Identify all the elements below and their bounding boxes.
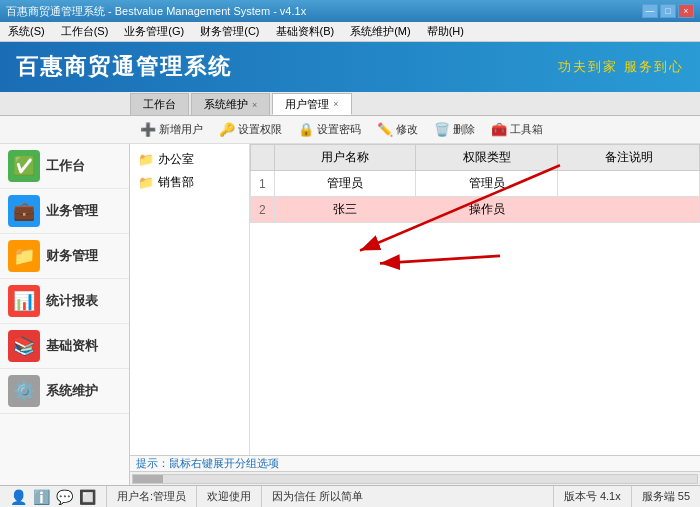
- toolbox-button[interactable]: 🧰 工具箱: [485, 120, 549, 139]
- maximize-button[interactable]: □: [660, 4, 676, 18]
- tab-maintenance[interactable]: 系统维护 ×: [191, 93, 270, 115]
- tree-item-sales[interactable]: 📁 销售部: [134, 171, 245, 194]
- tab-workbench[interactable]: 工作台: [130, 93, 189, 115]
- row-role-2: 操作员: [416, 197, 558, 223]
- scrollbar[interactable]: [130, 471, 700, 485]
- scroll-track[interactable]: [132, 474, 698, 484]
- row-num-2: 2: [251, 197, 275, 223]
- sidebar-item-system[interactable]: ⚙️ 系统维护: [0, 369, 129, 414]
- menu-bar: 系统(S) 工作台(S) 业务管理(G) 财务管理(C) 基础资料(B) 系统维…: [0, 22, 700, 42]
- body-area: ✅ 工作台 💼 业务管理 📁 财务管理 📊 统计报表 📚 基础资料 ⚙️ 系: [0, 144, 700, 485]
- chat-icon: 💬: [56, 489, 73, 505]
- table-row[interactable]: 2 张三 操作员: [251, 197, 700, 223]
- menu-workbench[interactable]: 工作台(S): [57, 23, 113, 40]
- tab-maintenance-close[interactable]: ×: [252, 100, 257, 110]
- sidebar-item-basic-data[interactable]: 📚 基础资料: [0, 324, 129, 369]
- basic-data-icon: 📚: [8, 330, 40, 362]
- delete-icon: 🗑️: [434, 122, 450, 137]
- row-num-1: 1: [251, 171, 275, 197]
- edit-button[interactable]: ✏️ 修改: [371, 120, 424, 139]
- grid-icon: 🔲: [79, 489, 96, 505]
- status-service: 服务端 55: [632, 486, 700, 507]
- banner-slogan: 功夫到家 服务到心: [558, 58, 684, 76]
- menu-system[interactable]: 系统(S): [4, 23, 49, 40]
- hint-bar: 提示：鼠标右键展开分组选项: [130, 455, 700, 471]
- status-slogan: 因为信任 所以简单: [262, 486, 554, 507]
- sidebar-label-basic-data: 基础资料: [46, 337, 98, 355]
- sidebar-item-reports[interactable]: 📊 统计报表: [0, 279, 129, 324]
- table-row[interactable]: 1 管理员 管理员: [251, 171, 700, 197]
- user-table: 用户名称 权限类型 备注说明 1 管理员 管理员: [250, 144, 700, 223]
- sidebar-item-workbench[interactable]: ✅ 工作台: [0, 144, 129, 189]
- set-permission-icon: 🔑: [219, 122, 235, 137]
- folder-icon-sales: 📁: [138, 175, 154, 190]
- workbench-icon: ✅: [8, 150, 40, 182]
- toolbar: ➕ 新增用户 🔑 设置权限 🔒 设置密码 ✏️ 修改 🗑️ 删除 🧰 工具箱: [0, 116, 700, 144]
- content-wrapper: 📁 办公室 📁 销售部 用户名称: [130, 144, 700, 485]
- sidebar-item-business[interactable]: 💼 业务管理: [0, 189, 129, 234]
- sidebar-label-finance: 财务管理: [46, 247, 98, 265]
- window-controls: — □ ×: [642, 4, 694, 18]
- banner-title: 百惠商贸通管理系统: [16, 52, 232, 82]
- header-banner: 百惠商贸通管理系统 功夫到家 服务到心: [0, 42, 700, 92]
- status-icons: 👤 ℹ️ 💬 🔲: [0, 486, 107, 507]
- row-note-1: [558, 171, 700, 197]
- row-name-2: 张三: [274, 197, 416, 223]
- folder-icon-office: 📁: [138, 152, 154, 167]
- info-icon: ℹ️: [33, 489, 50, 505]
- set-permission-button[interactable]: 🔑 设置权限: [213, 120, 288, 139]
- row-role-1: 管理员: [416, 171, 558, 197]
- reports-icon: 📊: [8, 285, 40, 317]
- menu-basic[interactable]: 基础资料(B): [272, 23, 339, 40]
- status-welcome: 欢迎使用: [197, 486, 262, 507]
- sidebar-label-reports: 统计报表: [46, 292, 98, 310]
- status-bar: 👤 ℹ️ 💬 🔲 用户名:管理员 欢迎使用 因为信任 所以简单 版本号 4.1x…: [0, 485, 700, 507]
- edit-icon: ✏️: [377, 122, 393, 137]
- tree-area: 📁 办公室 📁 销售部: [130, 144, 250, 455]
- table-area: 用户名称 权限类型 备注说明 1 管理员 管理员: [250, 144, 700, 455]
- toolbox-icon: 🧰: [491, 122, 507, 137]
- minimize-button[interactable]: —: [642, 4, 658, 18]
- col-username: 用户名称: [274, 145, 416, 171]
- sidebar-label-business: 业务管理: [46, 202, 98, 220]
- status-version: 版本号 4.1x: [554, 486, 632, 507]
- set-password-button[interactable]: 🔒 设置密码: [292, 120, 367, 139]
- finance-icon: 📁: [8, 240, 40, 272]
- close-button[interactable]: ×: [678, 4, 694, 18]
- tab-user-management-close[interactable]: ×: [333, 99, 338, 109]
- hint-text: 提示：鼠标右键展开分组选项: [130, 454, 285, 472]
- menu-business[interactable]: 业务管理(G): [120, 23, 188, 40]
- tree-item-office[interactable]: 📁 办公室: [134, 148, 245, 171]
- sidebar-item-finance[interactable]: 📁 财务管理: [0, 234, 129, 279]
- col-num: [251, 145, 275, 171]
- add-user-icon: ➕: [140, 122, 156, 137]
- sidebar-label-workbench: 工作台: [46, 157, 85, 175]
- menu-help[interactable]: 帮助(H): [423, 23, 468, 40]
- user-avatar-icon: 👤: [10, 489, 27, 505]
- system-icon: ⚙️: [8, 375, 40, 407]
- sidebar: ✅ 工作台 💼 业务管理 📁 财务管理 📊 统计报表 📚 基础资料 ⚙️ 系: [0, 144, 130, 485]
- app-title: 百惠商贸通管理系统 - Bestvalue Management System …: [6, 4, 306, 19]
- business-icon: 💼: [8, 195, 40, 227]
- tabs-row: 工作台 系统维护 × 用户管理 ×: [0, 92, 700, 116]
- col-note: 备注说明: [558, 145, 700, 171]
- add-user-button[interactable]: ➕ 新增用户: [134, 120, 209, 139]
- menu-maintenance[interactable]: 系统维护(M): [346, 23, 415, 40]
- menu-finance[interactable]: 财务管理(C): [196, 23, 263, 40]
- set-password-icon: 🔒: [298, 122, 314, 137]
- tab-user-management[interactable]: 用户管理 ×: [272, 93, 351, 115]
- title-bar: 百惠商贸通管理系统 - Bestvalue Management System …: [0, 0, 700, 22]
- status-user: 用户名:管理员: [107, 486, 197, 507]
- delete-button[interactable]: 🗑️ 删除: [428, 120, 481, 139]
- row-name-1: 管理员: [274, 171, 416, 197]
- sidebar-label-system: 系统维护: [46, 382, 98, 400]
- row-note-2: [558, 197, 700, 223]
- col-role: 权限类型: [416, 145, 558, 171]
- scroll-thumb[interactable]: [133, 475, 163, 483]
